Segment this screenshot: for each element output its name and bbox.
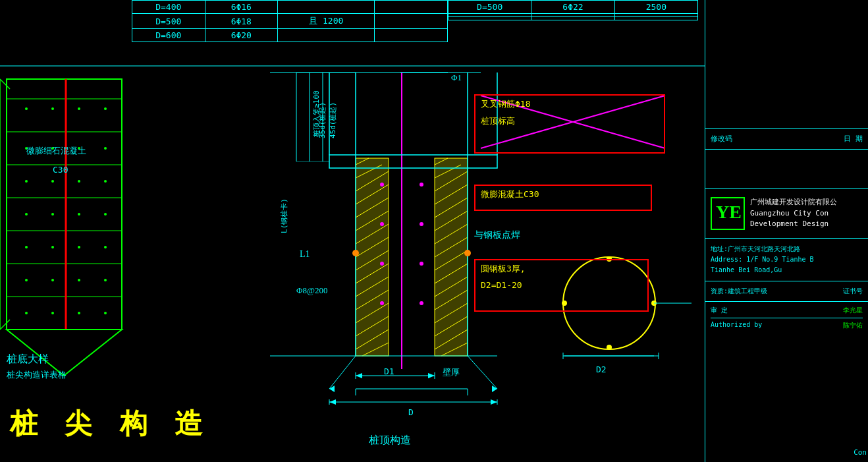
round-plate-text: 圆钢板3厚, — [475, 260, 647, 277]
svg-rect-2 — [7, 79, 122, 330]
company-name-en2: Development Design — [750, 219, 837, 230]
d1-label: D1 — [384, 366, 394, 376]
pile-top-construction-label: 桩顶构造 — [369, 434, 411, 448]
pile-base-detail-label: 桩底大样 — [7, 353, 49, 366]
svg-marker-126 — [492, 386, 497, 392]
svg-rect-89 — [329, 155, 497, 168]
svg-point-17 — [104, 147, 107, 150]
svg-point-36 — [78, 312, 80, 314]
svg-point-30 — [25, 279, 28, 281]
svg-point-22 — [25, 213, 28, 216]
authorized-section: 审 定 李光星 Authorized by 陈宁佑 — [705, 302, 868, 334]
svg-point-10 — [25, 107, 28, 110]
address-en2: Tianhe Bei Road,Gu — [711, 265, 863, 275]
svg-marker-130 — [428, 373, 435, 378]
r3-rotated: 45d(桩起) — [328, 102, 338, 138]
svg-point-32 — [78, 279, 80, 281]
svg-point-25 — [104, 213, 107, 216]
address-section: 地址:广州市天河北路天河北路 Address: 1/F No.9 Tianhe … — [705, 239, 868, 281]
svg-point-11 — [51, 107, 54, 110]
d2-dimension-label: D2 — [596, 364, 607, 374]
wall-thickness-label: 壁厚 — [443, 366, 460, 378]
modification-label: 修改码 — [711, 134, 732, 144]
svg-marker-129 — [356, 373, 362, 378]
svg-line-41 — [0, 320, 10, 330]
svg-point-18 — [25, 180, 28, 183]
credential-value: 证书号 — [843, 287, 863, 296]
svg-point-23 — [51, 213, 54, 216]
svg-point-34 — [25, 312, 28, 314]
with-steel-spot-weld-label: 与钢板点焊 — [474, 229, 520, 241]
company-text-block: 广州城建开发设计院有限公 Guangzhou City Con Developm… — [750, 197, 837, 230]
annotation-box-concrete: 微膨混凝土C30 — [474, 185, 652, 211]
review-row: Authorized by 陈宁佑 — [711, 318, 863, 330]
svg-point-78 — [380, 183, 384, 187]
d2-formula-text: D2=D1-20 — [475, 277, 647, 293]
svg-text:Φ8@200: Φ8@200 — [296, 285, 327, 295]
svg-line-120 — [329, 356, 356, 389]
cross-rebar-text: 叉叉钢筋Φ18 — [475, 96, 664, 113]
con-text: Con — [854, 448, 867, 457]
address-en1: Address: 1/F No.9 Tianhe B — [711, 254, 863, 265]
svg-point-33 — [104, 279, 107, 281]
micro-concrete-label: 微膨细石混凝土 — [26, 145, 86, 157]
svg-point-13 — [104, 107, 107, 110]
pile-top-elevation-text: 桩顶标高 — [475, 113, 664, 130]
svg-point-110 — [607, 345, 612, 350]
svg-point-85 — [420, 301, 423, 305]
credential-label: 资质:建筑工程甲级 — [711, 287, 767, 296]
svg-point-118 — [352, 250, 359, 256]
pile-tip-construction-title: 桩 尖 构 造 — [10, 405, 207, 442]
svg-point-84 — [380, 301, 384, 305]
svg-text:YE: YE — [716, 202, 741, 222]
svg-point-29 — [104, 246, 107, 248]
svg-marker-127 — [329, 399, 336, 405]
main-svg-drawing: L1 Φ8@200 Φ1 — [0, 0, 705, 462]
svg-text:L1: L1 — [300, 249, 310, 259]
right-top-empty — [705, 0, 868, 129]
authorized-label: 审 定 — [711, 306, 728, 315]
svg-point-24 — [78, 213, 80, 216]
authorized-row: 审 定 李光星 — [711, 306, 863, 315]
svg-point-79 — [420, 183, 423, 187]
date-label: 日 期 — [844, 134, 863, 144]
modification-row: 修改码 日 期 — [711, 132, 863, 145]
svg-point-37 — [104, 312, 107, 314]
annotation-box-rebar: 叉叉钢筋Φ18 桩顶标高 — [474, 94, 665, 154]
svg-point-21 — [104, 180, 107, 183]
svg-point-81 — [420, 222, 423, 226]
svg-point-19 — [51, 180, 54, 183]
logo-area: YE 广州城建开发设计院有限公 Guangzhou City Con Devel… — [705, 189, 868, 239]
pile-cap-rotated: L(钢桩卡) — [279, 198, 289, 233]
annotation-box-plate: 圆钢板3厚, D2=D1-20 — [474, 259, 649, 312]
c30-label: C30 — [53, 165, 68, 175]
d-label: D — [408, 407, 414, 417]
r2-rotated: 35d(桩起) — [317, 102, 327, 138]
svg-point-82 — [380, 262, 384, 266]
svg-marker-128 — [491, 399, 497, 405]
svg-point-27 — [51, 246, 54, 248]
svg-point-12 — [78, 107, 80, 110]
ye-logo-svg: YE — [715, 200, 741, 223]
company-name-en1: Guangzhou City Con — [750, 208, 837, 219]
credential-section: 资质:建筑工程甲级 证书号 — [705, 281, 868, 302]
svg-marker-125 — [329, 386, 335, 392]
right-panel: 修改码 日 期 YE 广州城建开发设计院有限公 Guangzhou City C… — [705, 0, 868, 462]
authorized-name: 李光星 — [843, 306, 863, 315]
svg-point-35 — [51, 312, 54, 314]
micro-concrete-c30-text: 微膨混凝土C30 — [475, 186, 651, 203]
svg-point-119 — [464, 250, 471, 256]
review-section: Authorized by 陈宁佑 — [711, 321, 863, 330]
svg-line-121 — [468, 356, 497, 389]
modification-entries — [705, 150, 868, 189]
pile-tip-table-label: 桩尖构造详表格 — [7, 369, 67, 381]
svg-point-20 — [78, 180, 80, 183]
svg-point-28 — [78, 246, 80, 248]
svg-text:Φ1: Φ1 — [451, 72, 462, 82]
svg-line-40 — [0, 79, 10, 89]
svg-point-80 — [380, 222, 384, 226]
company-logo: YE — [711, 197, 745, 230]
address-zh: 地址:广州市天河北路天河北路 — [711, 244, 863, 254]
svg-point-83 — [420, 262, 423, 266]
drawing-canvas: D=400 6Φ16 D=500 6Φ18 且 1200 D=600 6Φ20 … — [0, 0, 705, 462]
